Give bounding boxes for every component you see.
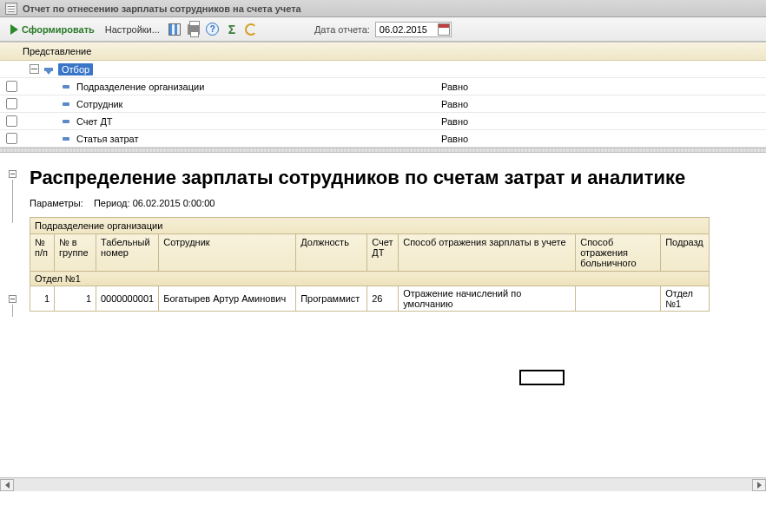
funnel-icon — [44, 68, 53, 71]
outline-collapse-icon[interactable] — [9, 295, 17, 303]
filter-header-representation: Представление — [23, 46, 743, 56]
filter-row-cost-item[interactable]: Статья затрат Равно — [0, 130, 766, 148]
cell-npp: 1 — [30, 286, 55, 312]
report-title: Распределение зарплаты сотрудников по сч… — [30, 167, 766, 189]
col-refl: Способ отражения зарплаты в учете — [399, 234, 576, 272]
col-dept2: Подразд — [661, 234, 710, 272]
filter-header: Представление — [0, 43, 766, 61]
help-button[interactable]: ? — [205, 22, 221, 37]
cell-pos: Программист — [296, 286, 367, 312]
refresh-icon — [245, 23, 257, 36]
col-tabno: Табельный номер — [96, 234, 159, 272]
filter-row-employee[interactable]: Сотрудник Равно — [0, 95, 766, 113]
filter-field-label: Сотрудник — [76, 99, 122, 109]
field-icon — [63, 102, 69, 106]
filter-row-account[interactable]: Счет ДТ Равно — [0, 113, 766, 130]
outline-collapse-icon[interactable] — [9, 170, 17, 178]
checkbox[interactable] — [6, 81, 17, 92]
col-sick: Способ отражения больничного — [576, 234, 661, 272]
col-pos: Должность — [296, 234, 367, 272]
help-icon: ? — [206, 23, 219, 36]
filter-field-label: Счет ДТ — [76, 116, 113, 127]
horizontal-scrollbar[interactable] — [0, 477, 766, 491]
col-acct: Счет ДТ — [367, 234, 399, 272]
collapse-icon[interactable] — [30, 64, 39, 74]
calendar-icon[interactable] — [438, 23, 450, 36]
report-area: Распределение зарплаты сотрудников по сч… — [0, 153, 766, 491]
filter-condition[interactable]: Равно — [436, 99, 766, 109]
settings-button[interactable]: Настройки... — [102, 23, 163, 36]
outline-line — [12, 180, 13, 223]
chart-button[interactable] — [167, 22, 182, 37]
table-row[interactable]: 1 1 0000000001 Богатырев Артур Аминович … — [30, 286, 710, 312]
outline-line — [12, 305, 13, 317]
filter-tree: Отбор Подразделение организации Равно Со… — [0, 61, 766, 148]
sigma-icon: Σ — [228, 23, 235, 36]
params-value: Период: 06.02.2015 0:00:00 — [94, 198, 215, 208]
table-group-row[interactable]: Отдел №1 — [30, 272, 710, 286]
generate-label: Сформировать — [22, 24, 95, 35]
chevron-left-icon — [5, 482, 10, 489]
cell-emp: Богатырев Артур Аминович — [159, 286, 296, 312]
toolbar: Сформировать Настройки... ? Σ Дата отчет… — [0, 17, 766, 42]
generate-button[interactable]: Сформировать — [7, 23, 98, 36]
filter-root-label: Отбор — [58, 63, 93, 76]
play-icon — [10, 24, 18, 35]
filter-condition[interactable]: Равно — [436, 82, 766, 92]
filter-condition[interactable]: Равно — [436, 134, 766, 144]
field-icon — [63, 120, 69, 123]
scroll-right-button[interactable] — [752, 479, 766, 491]
field-icon — [63, 137, 69, 141]
cell-ngrp: 1 — [55, 286, 96, 312]
window-titlebar: Отчет по отнесению зарплаты сотрудников … — [0, 0, 766, 17]
cell-dept2: Отдел №1 — [661, 286, 710, 312]
group-row-cell: Отдел №1 — [30, 272, 710, 286]
scroll-left-button[interactable] — [0, 479, 14, 491]
cell-sick — [576, 286, 661, 312]
filter-row-department[interactable]: Подразделение организации Равно — [0, 78, 766, 95]
date-field-wrap — [375, 22, 452, 37]
params-label: Параметры: — [30, 198, 83, 208]
outline-gutter — [9, 165, 19, 491]
cell-refl: Отражение начислений по умолчанию — [399, 286, 576, 312]
table-column-header: № п/п № в группе Табельный номер Сотрудн… — [30, 234, 710, 272]
cell-tabno: 0000000001 — [96, 286, 159, 312]
refresh-button[interactable] — [243, 22, 259, 37]
settings-label: Настройки... — [105, 24, 160, 35]
sum-button[interactable]: Σ — [224, 22, 240, 37]
filter-root-row[interactable]: Отбор — [0, 61, 766, 78]
filter-field-label: Статья затрат — [76, 134, 139, 144]
active-cell-cursor[interactable] — [519, 370, 565, 385]
filter-condition[interactable]: Равно — [436, 116, 766, 127]
cell-acct: 26 — [367, 286, 399, 312]
filter-panel: Представление Отбор Подразделение органи… — [0, 42, 766, 148]
report-window-icon — [5, 3, 17, 15]
field-icon — [63, 85, 69, 89]
checkbox[interactable] — [6, 98, 17, 109]
print-icon — [188, 24, 200, 35]
col-ngrp: № в группе — [55, 234, 96, 272]
checkbox[interactable] — [6, 133, 17, 144]
date-label: Дата отчета: — [314, 24, 370, 35]
checkbox[interactable] — [6, 115, 17, 127]
print-button[interactable] — [186, 22, 201, 37]
report-params: Параметры: Период: 06.02.2015 0:00:00 — [30, 198, 766, 208]
table-group-header: Подразделение организации — [30, 218, 710, 234]
window-title: Отчет по отнесению зарплаты сотрудников … — [23, 3, 301, 14]
chevron-right-icon — [757, 482, 762, 489]
chart-icon — [168, 23, 181, 36]
filter-field-label: Подразделение организации — [76, 82, 204, 92]
group-header-cell: Подразделение организации — [30, 218, 710, 234]
report-table: Подразделение организации № п/п № в груп… — [30, 217, 766, 312]
col-emp: Сотрудник — [159, 234, 296, 272]
col-npp: № п/п — [30, 234, 55, 272]
